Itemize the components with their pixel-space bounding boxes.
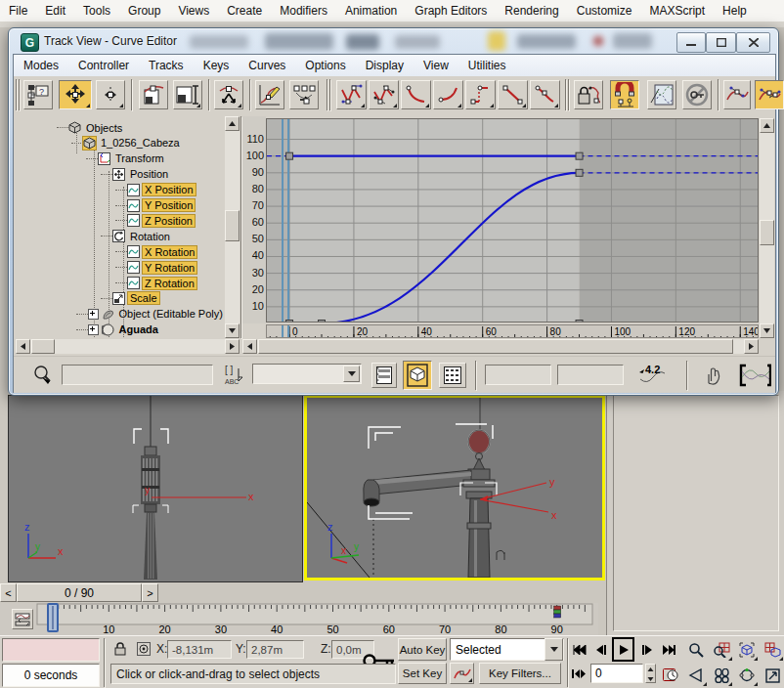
frame-spinner-arrows[interactable] — [645, 664, 656, 683]
walk-through-button[interactable] — [710, 664, 733, 687]
open-mini-curve-editor-button[interactable] — [12, 609, 33, 629]
frame-back-button[interactable]: < — [0, 583, 17, 602]
scroll-thumb[interactable] — [31, 339, 55, 354]
track-set-dropdown[interactable] — [252, 364, 362, 384]
tree-item-transform[interactable]: Transform — [86, 151, 166, 166]
current-frame-display[interactable]: 0 / 90 — [17, 583, 142, 602]
parameter-out-of-range-button[interactable] — [647, 80, 676, 109]
slide-keys-button[interactable] — [139, 80, 168, 109]
scroll-thumb[interactable] — [225, 210, 240, 241]
scroll-left-arrow[interactable] — [16, 339, 30, 354]
tree-item-y-position[interactable]: Y Position — [115, 198, 195, 213]
plot-vertical-scrollbar[interactable] — [760, 118, 774, 338]
tree-item-x-position[interactable]: X Position — [115, 183, 196, 197]
tv-menu-item-curves[interactable]: Curves — [239, 56, 295, 75]
default-tangent-button[interactable] — [450, 663, 474, 684]
move-keys-button[interactable] — [59, 80, 92, 109]
tree-item-rotation[interactable]: Rotation — [101, 229, 172, 243]
tv-menu-item-controller[interactable]: Controller — [68, 56, 139, 75]
scroll-right-arrow[interactable] — [744, 339, 759, 354]
show-tangents-button[interactable] — [723, 80, 751, 109]
track-hierarchy-tree[interactable]: Objects1_0256_CabezaTransformPositionX P… — [16, 116, 225, 338]
filters-button[interactable]: ? — [23, 80, 53, 109]
move-keys-horizontal-button[interactable] — [96, 80, 125, 109]
key-mode-toggle[interactable] — [570, 664, 587, 684]
scroll-up-arrow[interactable] — [225, 116, 240, 131]
play-animation-button[interactable] — [612, 637, 634, 662]
show-selected-key-stats-button[interactable]: 4.2 — [635, 363, 669, 388]
menu-item-animation[interactable]: Animation — [336, 1, 406, 21]
zoom-extents-all-button[interactable] — [761, 638, 784, 662]
scroll-down-arrow[interactable] — [225, 323, 240, 338]
set-key-button[interactable]: Set Key — [398, 663, 447, 684]
menu-item-maxscript[interactable]: MAXScript — [640, 1, 714, 21]
tv-menu-item-modes[interactable]: Modes — [14, 56, 68, 75]
menu-item-file[interactable]: File — [0, 1, 36, 21]
tree-item-position[interactable]: Position — [101, 167, 170, 182]
menu-item-views[interactable]: Views — [169, 1, 218, 21]
maxscript-mini-listener[interactable] — [2, 638, 100, 662]
menu-item-create[interactable]: Create — [218, 1, 271, 21]
lock-tangents-button[interactable] — [574, 80, 603, 109]
menu-item-group[interactable]: Group — [119, 1, 169, 21]
scroll-down-arrow[interactable] — [760, 323, 774, 338]
snap-frames-button[interactable] — [610, 80, 639, 109]
scroll-thumb[interactable] — [258, 339, 733, 354]
tree-item-z-rotation[interactable]: Z Rotation — [115, 276, 196, 290]
time-tag-field[interactable]: 0 seconds — [2, 664, 100, 687]
set-tangents-step-button[interactable] — [465, 80, 496, 109]
tv-menu-item-keys[interactable]: Keys — [194, 56, 240, 75]
tree-item-object-editable-poly-[interactable]: Object (Editable Poly) — [76, 307, 225, 322]
tree-item-y-rotation[interactable]: Y Rotation — [115, 260, 196, 275]
maximize-viewport-toggle[interactable] — [761, 664, 784, 687]
reduce-keys-button[interactable] — [289, 80, 319, 109]
zoom-selected-object-button[interactable] — [29, 363, 57, 388]
show-keyable-icons-button[interactable] — [682, 80, 712, 109]
plot-horizontal-scrollbar[interactable] — [242, 339, 759, 354]
tv-menu-item-view[interactable]: View — [414, 56, 458, 75]
tree-item-x-rotation[interactable]: X Rotation — [115, 244, 196, 259]
absolute-offset-toggle[interactable] — [135, 639, 152, 659]
frame-forward-button[interactable]: > — [142, 583, 158, 602]
viewport-front[interactable]: xyzxy — [8, 395, 303, 582]
key-value-field[interactable] — [557, 365, 624, 385]
next-frame-button[interactable] — [637, 639, 656, 660]
go-to-end-button[interactable] — [659, 639, 677, 660]
zoom-button[interactable] — [684, 638, 708, 662]
close-button[interactable] — [736, 32, 770, 53]
filter-curves-layers-button[interactable] — [371, 363, 397, 388]
tv-menu-item-display[interactable]: Display — [356, 56, 414, 75]
tree-item-objects[interactable]: Objects — [57, 120, 124, 135]
viewport-perspective-active[interactable]: yxzxy — [304, 395, 605, 580]
scroll-thumb[interactable] — [760, 220, 774, 245]
orbit-button[interactable] — [735, 664, 759, 687]
expand-icon[interactable] — [88, 324, 99, 335]
scroll-left-arrow[interactable] — [242, 339, 257, 354]
set-tangents-auto-button[interactable] — [336, 80, 367, 109]
dope-sheet-button[interactable] — [439, 363, 466, 388]
zoom-all-button[interactable] — [710, 638, 733, 662]
pan-button[interactable] — [699, 363, 726, 388]
key-time-field[interactable] — [485, 365, 551, 385]
tree-item-1-0256-cabeza[interactable]: 1_0256_Cabeza — [71, 136, 182, 150]
go-to-start-button[interactable] — [570, 639, 588, 660]
menu-item-tools[interactable]: Tools — [74, 1, 119, 21]
y-coord-field[interactable]: 2,87m — [246, 640, 304, 659]
menu-item-modifiers[interactable]: Modifiers — [271, 1, 336, 21]
menu-item-edit[interactable]: Edit — [36, 1, 74, 21]
menu-item-customize[interactable]: Customize — [568, 1, 641, 21]
trackview-titlebar[interactable]: G Track View - Curve Editor — [9, 28, 778, 54]
previous-frame-button[interactable] — [591, 639, 610, 660]
dropdown-arrow-icon[interactable] — [343, 366, 360, 382]
x-coord-field[interactable]: -8,131m — [167, 640, 232, 659]
edit-track-set-button[interactable]: [ ] ABC — [221, 363, 250, 388]
curve-plot[interactable] — [266, 118, 759, 322]
tv-menu-item-utilities[interactable]: Utilities — [458, 56, 516, 75]
current-frame-field[interactable]: 0 — [590, 664, 643, 683]
menu-item-help[interactable]: Help — [714, 1, 756, 21]
show-geometry-button[interactable] — [403, 361, 432, 390]
minimize-button[interactable] — [676, 32, 706, 53]
set-tangents-smooth-button[interactable] — [530, 80, 560, 109]
show-all-tangents-button[interactable] — [755, 80, 784, 109]
time-ruler[interactable]: 020406080100120140 — [266, 324, 759, 338]
